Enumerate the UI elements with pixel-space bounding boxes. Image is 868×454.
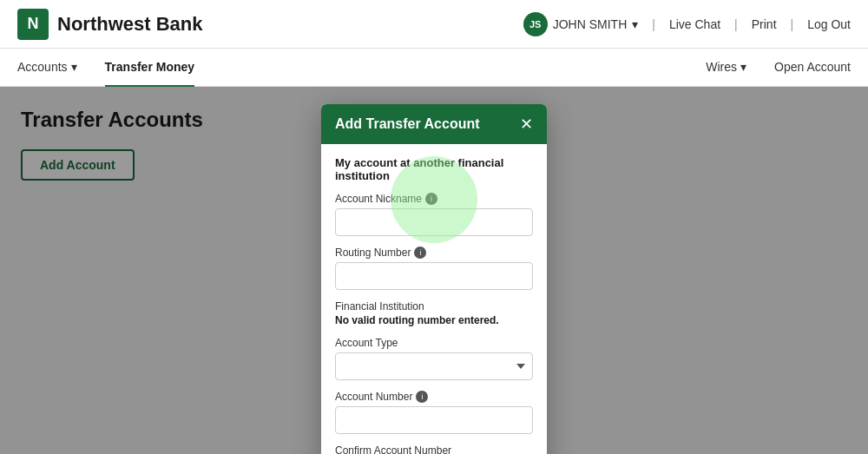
account-nickname-info-icon[interactable]: i	[425, 193, 437, 205]
divider-1: |	[652, 17, 655, 31]
account-nickname-input[interactable]	[335, 208, 533, 236]
account-type-label: Account Type	[335, 337, 533, 349]
wires-chevron-icon: ▾	[740, 60, 746, 74]
live-chat-link[interactable]: Live Chat	[669, 17, 720, 31]
account-type-group: Account Type Checking Savings	[335, 337, 533, 380]
routing-number-group: Routing Number i	[335, 247, 533, 290]
user-chevron-icon: ▾	[632, 17, 638, 31]
logout-link[interactable]: Log Out	[807, 17, 851, 31]
account-nickname-group: Account Nickname i	[335, 193, 533, 236]
confirm-account-number-label: Confirm Account Number	[335, 444, 533, 454]
account-number-label: Account Number i	[335, 391, 533, 403]
main-content: Transfer Accounts Add Account Add Transf…	[0, 87, 868, 454]
logo-letter: N	[28, 15, 39, 33]
modal-body: My account at another financial institut…	[321, 144, 547, 454]
modal-header: Add Transfer Account ✕	[321, 104, 547, 144]
account-nickname-label: Account Nickname i	[335, 193, 533, 205]
account-number-group: Account Number i	[335, 391, 533, 434]
bank-name: Northwest Bank	[57, 13, 202, 36]
header-right: JS JOHN SMITH ▾ | Live Chat | Print | Lo…	[523, 12, 851, 36]
confirm-account-number-group: Confirm Account Number	[335, 444, 533, 454]
modal-close-button[interactable]: ✕	[520, 116, 533, 132]
financial-institution-group: Financial Institution No valid routing n…	[335, 300, 533, 326]
nav-item-transfer-money[interactable]: Transfer Money	[105, 49, 194, 87]
logo-box: N	[17, 9, 49, 40]
account-number-input[interactable]	[335, 406, 533, 434]
nav-item-wires[interactable]: Wires ▾	[706, 49, 746, 87]
financial-institution-label: Financial Institution	[335, 300, 533, 313]
modal-subtitle: My account at another financial institut…	[335, 156, 533, 182]
account-type-select[interactable]: Checking Savings	[335, 352, 533, 380]
account-number-info-icon[interactable]: i	[416, 391, 428, 403]
routing-number-input[interactable]	[335, 262, 533, 290]
user-name: JOHN SMITH	[553, 17, 628, 31]
nav-item-accounts[interactable]: Accounts ▾	[17, 49, 77, 87]
user-menu[interactable]: JS JOHN SMITH ▾	[523, 12, 639, 36]
divider-2: |	[734, 17, 738, 31]
routing-number-info-icon[interactable]: i	[414, 247, 426, 259]
accounts-chevron-icon: ▾	[71, 60, 77, 74]
header: N Northwest Bank JS JOHN SMITH ▾ | Live …	[0, 0, 868, 49]
user-avatar: JS	[523, 12, 548, 36]
routing-number-label: Routing Number i	[335, 247, 533, 259]
add-transfer-account-modal: Add Transfer Account ✕ My account at ano…	[321, 104, 547, 454]
financial-institution-error: No valid routing number entered.	[335, 314, 533, 326]
divider-3: |	[791, 17, 794, 31]
print-link[interactable]: Print	[752, 17, 777, 31]
modal-title: Add Transfer Account	[335, 116, 480, 132]
logo-area: N Northwest Bank	[17, 9, 202, 40]
nav: Accounts ▾ Transfer Money Wires ▾ Open A…	[0, 49, 868, 87]
nav-item-open-account[interactable]: Open Account	[774, 49, 851, 87]
